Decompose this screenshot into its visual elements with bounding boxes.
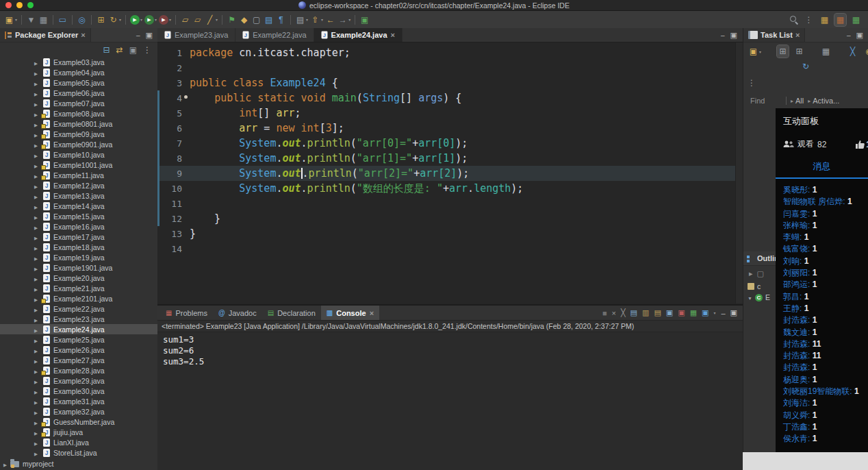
expand-arrow-icon[interactable] <box>34 243 40 251</box>
expand-arrow-icon[interactable] <box>34 418 40 426</box>
code-line-3[interactable]: 3public class Example24 { <box>157 75 743 90</box>
expand-arrow-icon[interactable] <box>34 356 40 364</box>
zoom-window-button[interactable] <box>27 2 34 8</box>
expand-arrow-icon[interactable] <box>34 367 40 375</box>
expand-arrow-icon[interactable] <box>34 346 40 354</box>
expand-arrow-icon[interactable] <box>3 460 7 468</box>
run-icon-menu[interactable]: ▾ <box>140 17 142 22</box>
show-whitespace-icon[interactable]: ¶ <box>275 14 287 26</box>
categorized-icon[interactable]: ⊞ <box>777 45 789 58</box>
search-icon[interactable] <box>789 14 799 25</box>
tree-item-Example2101.java[interactable]: Example2101.java <box>0 293 157 304</box>
tree-item-Example14.java[interactable]: Example14.java <box>0 201 157 211</box>
expand-arrow-icon[interactable] <box>34 89 40 97</box>
code-line-13[interactable]: 13} <box>157 226 743 241</box>
terminate-icon[interactable]: ■ <box>602 309 607 317</box>
snippet-icon[interactable]: ◆ <box>238 14 250 26</box>
scheduled-icon[interactable]: ⊞ <box>793 45 805 58</box>
tree-item-Example32.java[interactable]: Example32.java <box>0 406 157 417</box>
new-wizard-icon-menu[interactable]: ▾ <box>15 17 17 22</box>
word-wrap-icon[interactable]: ▤ <box>654 308 661 317</box>
expand-arrow-icon[interactable] <box>34 397 40 406</box>
filters-icon[interactable]: ▣ <box>129 45 137 55</box>
tab-javadoc[interactable]: Javadoc <box>213 306 262 320</box>
open-folder-icon[interactable]: ▱ <box>179 14 191 26</box>
synchronize-icon[interactable]: ↻ <box>748 60 864 73</box>
perspective-javaee-icon[interactable]: ▦ <box>819 14 830 26</box>
import-folder-icon[interactable]: ▱ <box>192 14 203 26</box>
new-java-class-icon[interactable]: ⊞ <box>95 14 107 26</box>
last-edit-location-icon-menu[interactable]: ▾ <box>321 17 323 22</box>
minimize-window-button[interactable] <box>16 2 23 8</box>
line-number[interactable]: 4 <box>157 93 190 103</box>
expand-arrow-icon[interactable] <box>34 130 40 138</box>
hide-completed-icon[interactable]: ╳ <box>847 45 858 58</box>
expand-arrow-icon[interactable] <box>34 315 40 323</box>
scope-all-dropdown[interactable]: All <box>791 97 804 105</box>
next-annotation-icon-menu[interactable]: ▾ <box>306 17 308 22</box>
tree-item-Example10.java[interactable]: Example10.java <box>0 149 157 160</box>
code-line-5[interactable]: 5 int[] arr; <box>157 106 743 121</box>
view-menu-icon[interactable]: ⋮ <box>143 45 151 55</box>
tree-item-Example23.java[interactable]: Example23.java <box>0 314 157 324</box>
clear-console-icon[interactable]: ▤ <box>630 308 637 317</box>
code-editor[interactable]: 1package cn.itcast.chapter;23public clas… <box>157 42 743 306</box>
line-number[interactable]: 9 <box>157 169 190 179</box>
code-line-12[interactable]: 12 } <box>157 211 743 226</box>
tab-Example23.java[interactable]: Example23.java <box>157 28 235 42</box>
tree-item-Example26.java[interactable]: Example26.java <box>0 345 157 355</box>
tree-item-GuessNumber.java[interactable]: GuessNumber.java <box>0 417 157 427</box>
tab-Example22.java[interactable]: Example22.java <box>235 28 314 42</box>
tree-item-Example19.java[interactable]: Example19.java <box>0 252 157 262</box>
last-edit-location-icon[interactable]: ⇧ <box>309 14 321 26</box>
expand-arrow-icon[interactable] <box>34 192 40 200</box>
pin-console-icon[interactable]: ▣ <box>678 308 685 317</box>
line-number[interactable]: 5 <box>157 108 190 119</box>
tree-item-Example16.java[interactable]: Example16.java <box>0 221 157 232</box>
line-number[interactable]: 1 <box>157 48 190 58</box>
tree-item-Example09.java[interactable]: Example09.java <box>0 129 157 139</box>
expand-arrow-icon[interactable] <box>34 253 40 262</box>
open-console-icon[interactable]: ▭ <box>57 14 68 26</box>
toggle-mark-occurrences-icon[interactable]: ⚑ <box>226 14 238 26</box>
tree-item-StoreList.java[interactable]: StoreList.java <box>0 447 157 458</box>
debug-icon-menu[interactable]: ▾ <box>155 17 157 22</box>
expand-arrow-icon[interactable] <box>34 387 40 395</box>
line-number[interactable]: 12 <box>157 214 190 224</box>
tree-item-Example12.java[interactable]: Example12.java <box>0 180 157 190</box>
tree-item-Example29.java[interactable]: Example29.java <box>0 375 157 386</box>
tree-item-Example1001.java[interactable]: Example1001.java <box>0 160 157 170</box>
expand-arrow-icon[interactable] <box>34 377 40 385</box>
project-node-myproject[interactable]: myproject <box>3 460 54 468</box>
display-selected-console-icon[interactable]: ▦ <box>690 308 697 317</box>
maximize-icon[interactable] <box>856 31 863 40</box>
expand-arrow-icon[interactable] <box>34 58 40 66</box>
next-annotation-icon[interactable]: ▤ <box>294 14 306 26</box>
code-line-1[interactable]: 1package cn.itcast.chapter; <box>157 45 743 60</box>
expand-arrow-icon[interactable] <box>34 171 40 180</box>
expand-arrow-icon[interactable] <box>34 428 40 436</box>
format-brush-icon[interactable]: ╱ <box>204 14 216 26</box>
outline-sort-icon[interactable]: ▸ <box>749 269 753 278</box>
line-number[interactable]: 7 <box>157 138 190 149</box>
outline-filter-icon[interactable]: ▢ <box>757 269 764 278</box>
coverage-icon-menu[interactable]: ▾ <box>169 17 171 22</box>
perspective-java-icon[interactable]: ▦ <box>834 14 846 26</box>
scroll-lock-icon[interactable]: ▥ <box>642 308 649 317</box>
line-number[interactable]: 6 <box>157 123 190 134</box>
new-task-icon-menu[interactable]: ▾ <box>759 49 761 54</box>
focus-workweek-icon[interactable]: ▦ <box>820 45 832 58</box>
code-line-2[interactable]: 2 <box>157 60 743 75</box>
line-number[interactable]: 3 <box>157 78 190 88</box>
expand-arrow-icon[interactable] <box>34 202 40 210</box>
code-line-9[interactable]: 9 System.out.println("arr[2]="+arr[2]); <box>157 166 743 181</box>
clipboard-icon[interactable]: ▢ <box>251 14 262 26</box>
maximize-icon[interactable]: ▣ <box>730 308 737 317</box>
collapse-all-icon[interactable]: ⊟ <box>103 45 110 55</box>
expand-arrow-icon[interactable] <box>34 305 40 313</box>
tab-Example24.java[interactable]: Example24.java <box>314 28 403 42</box>
maximize-icon[interactable] <box>146 31 153 40</box>
tree-item-Example06.java[interactable]: Example06.java <box>0 88 157 98</box>
tree-item-Example31.java[interactable]: Example31.java <box>0 396 157 406</box>
tree-item-Example20.java[interactable]: Example20.java <box>0 273 157 283</box>
